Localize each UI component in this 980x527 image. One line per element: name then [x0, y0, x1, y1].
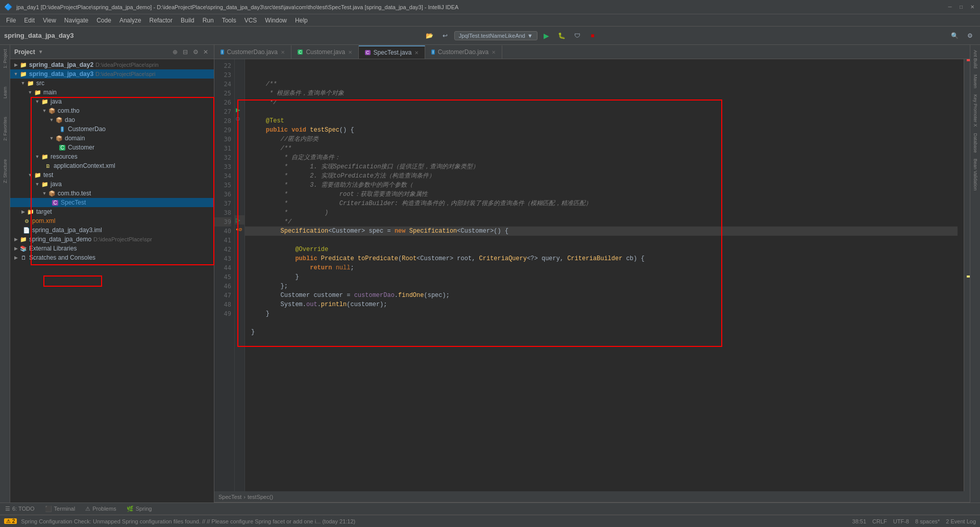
- tree-item-spec-test[interactable]: C SpecTest: [10, 198, 214, 207]
- tab-close-customer-dao-1[interactable]: ✕: [281, 49, 285, 55]
- run-gutter-39[interactable]: ▷: [235, 215, 244, 224]
- panel-icon-close[interactable]: ✕: [202, 48, 210, 56]
- tree-item-external-libs[interactable]: ▶ 📚 External Libraries: [10, 244, 214, 253]
- tab-spec-test[interactable]: C SpecTest.java ✕: [359, 45, 425, 59]
- run-config-dropdown-icon[interactable]: ▼: [527, 33, 533, 39]
- tree-item-java-test[interactable]: ▼ 📁 java: [10, 180, 214, 189]
- breadcrumb-spectest[interactable]: SpecTest: [218, 494, 241, 500]
- code-content-area[interactable]: /** * 根据条件，查询单个对象 */ @Test public void t…: [245, 59, 964, 491]
- tab-label-customer-dao-2: CustomerDao.java: [438, 48, 488, 56]
- tab-close-customer-dao-2[interactable]: ✕: [492, 49, 496, 55]
- settings-button[interactable]: ⚙: [964, 30, 976, 42]
- bottom-tabs: ☰ 6: TODO ⬛ Terminal ⚠ Problems 🌿 Spring: [0, 503, 980, 515]
- close-button[interactable]: ✕: [969, 4, 976, 11]
- tree-item-domain[interactable]: ▼ 📦 domain: [10, 134, 214, 143]
- menu-view[interactable]: View: [39, 16, 60, 25]
- tree-item-dao[interactable]: ▼ 📦 dao: [10, 115, 214, 124]
- tree-label-day2: spring_data_jpa_day2: [29, 61, 93, 68]
- status-indent[interactable]: 8 spaces*: [915, 518, 940, 524]
- tree-item-java-main[interactable]: ▼ 📁 java: [10, 97, 214, 106]
- tree-arrow-dao: ▼: [48, 117, 55, 122]
- tab-close-customer-java[interactable]: ✕: [348, 49, 352, 55]
- menu-help[interactable]: Help: [291, 16, 312, 25]
- sidebar-key-promoter[interactable]: Key Promoter X: [972, 91, 979, 130]
- breadcrumb-testspec[interactable]: testSpec(): [248, 494, 273, 500]
- folder-icon-domain: 📦: [55, 134, 63, 142]
- bottom-tab-problems[interactable]: ⚠ Problems: [80, 505, 121, 513]
- menu-window[interactable]: Window: [261, 16, 291, 25]
- error-stripe-top: [967, 59, 970, 61]
- sidebar-ant-build[interactable]: Ant Build: [972, 47, 979, 71]
- maximize-button[interactable]: □: [958, 4, 965, 11]
- tree-arrow-resources: ▼: [34, 154, 41, 159]
- bottom-tab-terminal[interactable]: ⬛ Terminal: [40, 505, 81, 513]
- toolbar-open-btn[interactable]: 📂: [424, 30, 436, 42]
- title-bar: 🔷 jpa_day1 [D:\ideaProjectPlace\spring_d…: [0, 0, 980, 14]
- tree-item-customer[interactable]: C Customer: [10, 143, 214, 152]
- tree-item-main[interactable]: ▼ 📁 main: [10, 88, 214, 97]
- tree-item-iml[interactable]: 📄 spring_data_jpa_day3.iml: [10, 225, 214, 235]
- tree-label-spec-test: SpecTest: [61, 199, 86, 206]
- coverage-button[interactable]: 🛡: [571, 30, 583, 42]
- tree-item-resources[interactable]: ▼ 📁 resources: [10, 152, 214, 161]
- tree-item-customer-dao[interactable]: I CustomerDao: [10, 124, 214, 134]
- tree-label-domain: domain: [65, 135, 85, 142]
- run-gutter-27[interactable]: ▶: [235, 105, 244, 114]
- tree-label-main: main: [43, 89, 57, 96]
- sidebar-database[interactable]: Database: [972, 130, 979, 156]
- tree-item-test[interactable]: ▼ 📁 test: [10, 170, 214, 180]
- status-encoding[interactable]: UTF-8: [893, 518, 909, 524]
- tree-item-target[interactable]: ▶ 📁 target: [10, 207, 214, 216]
- tree-item-app-context[interactable]: 🗎 applicationContext.xml: [10, 161, 214, 170]
- tree-item-com-tho-test[interactable]: ▼ 📦 com.tho.test: [10, 189, 214, 198]
- panel-icon-gear[interactable]: ⚙: [191, 48, 200, 56]
- status-event-log[interactable]: 2 Event Log: [946, 518, 976, 524]
- tree-label-customer-dao: CustomerDao: [68, 126, 106, 133]
- menu-code[interactable]: Code: [92, 16, 115, 25]
- sidebar-structure-tab[interactable]: Z: Structure: [2, 155, 9, 187]
- sidebar-favorites-tab[interactable]: 2: Favorites: [2, 113, 9, 145]
- tab-customer-dao-1[interactable]: I CustomerDao.java ✕: [214, 45, 291, 59]
- tree-arrow-demo: ▶: [12, 237, 19, 242]
- tree-item-demo[interactable]: ▶ 📁 spring_data_jpa_demo D:\ideaProjectP…: [10, 235, 214, 244]
- menu-edit[interactable]: Edit: [20, 16, 39, 25]
- tab-close-spec-test[interactable]: ✕: [414, 50, 419, 56]
- menu-analyze[interactable]: Analyze: [115, 16, 145, 25]
- toolbar-sync-btn[interactable]: ↩: [439, 30, 451, 42]
- sidebar-bean-validation[interactable]: Bean Validation: [972, 156, 979, 193]
- minimize-button[interactable]: ─: [946, 4, 953, 11]
- tree-item-src[interactable]: ▼ 📁 src: [10, 79, 214, 88]
- tree-item-pom[interactable]: ⚙ pom.xml: [10, 216, 214, 225]
- bottom-tab-todo[interactable]: ☰ 6: TODO: [0, 505, 40, 513]
- tree-item-day2[interactable]: ▶ 📁 spring_data_jpa_day2 D:\ideaProjectP…: [10, 60, 214, 69]
- tree-arrow-target: ▶: [19, 209, 27, 214]
- search-button[interactable]: 🔍: [948, 30, 961, 42]
- tree-item-day3[interactable]: ▼ 📁 spring_data_jpa_day3 D:\ideaProjectP…: [10, 69, 214, 79]
- panel-icon-collapse[interactable]: ⊟: [181, 48, 189, 56]
- status-crlf[interactable]: CRLF: [872, 518, 887, 524]
- stop-button[interactable]: ■: [586, 30, 599, 42]
- status-position[interactable]: 38:51: [852, 518, 867, 524]
- tab-customer-dao-2[interactable]: I CustomerDao.java ✕: [425, 45, 502, 59]
- tree-arrow-test: ▼: [27, 172, 34, 178]
- bottom-tab-spring[interactable]: 🌿 Spring: [121, 505, 157, 513]
- tree-arrow-domain: ▼: [48, 136, 55, 141]
- tree-item-com-tho[interactable]: ▼ 📦 com.tho: [10, 106, 214, 115]
- debug-button[interactable]: 🐛: [556, 30, 568, 42]
- menu-tools[interactable]: Tools: [218, 16, 240, 25]
- sidebar-learn-tab[interactable]: Learn: [2, 83, 9, 103]
- menu-build[interactable]: Build: [177, 16, 199, 25]
- menu-refactor[interactable]: Refactor: [145, 16, 177, 25]
- xml-icon-app-context: 🗎: [44, 162, 52, 170]
- menu-vcs[interactable]: VCS: [240, 16, 261, 25]
- run-button[interactable]: ▶: [541, 30, 553, 42]
- menu-file[interactable]: File: [2, 16, 20, 25]
- tab-customer-java[interactable]: C Customer.java ✕: [291, 45, 359, 59]
- menu-run[interactable]: Run: [199, 16, 218, 25]
- run-config-selector[interactable]: JpqlTest.testNameLikeAnd ▼: [454, 31, 537, 40]
- sidebar-maven[interactable]: Maven: [972, 71, 979, 91]
- panel-icon-globalize[interactable]: ⊕: [171, 48, 179, 56]
- tree-item-scratches[interactable]: ▶ 🗒 Scratches and Consoles: [10, 253, 214, 262]
- menu-navigate[interactable]: Navigate: [60, 16, 92, 25]
- sidebar-project-tab[interactable]: 1: Project: [2, 45, 9, 72]
